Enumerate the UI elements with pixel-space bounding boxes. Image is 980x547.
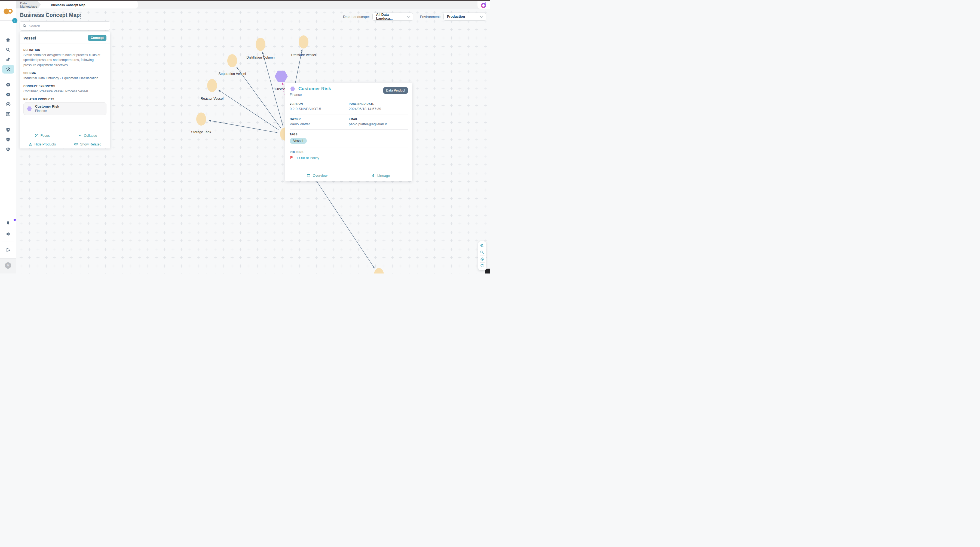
refresh-button[interactable] (478, 263, 486, 269)
published-date-value: 2024/06/18 14:57:39 (349, 107, 408, 111)
corner-widget[interactable] (485, 269, 490, 273)
data-product-hexagon-icon (290, 86, 296, 91)
lineage-label: Lineage (377, 174, 390, 178)
email-label: EMAIL (349, 118, 408, 121)
shapes-icon (29, 142, 32, 146)
sidebar-item-policies[interactable] (2, 135, 14, 144)
environment-label: Environment: (420, 15, 441, 19)
sidebar-item-concept-map[interactable] (2, 65, 14, 73)
graph-node-distillation-column[interactable] (256, 38, 266, 51)
focus-icon (35, 134, 39, 137)
center-map-button[interactable] (478, 256, 486, 262)
bubbles-icon (5, 57, 11, 62)
email-value: paolo.platter@agilelab.it (349, 122, 408, 126)
search-icon (5, 47, 11, 52)
owner-label: OWNER (290, 118, 349, 121)
sidebar-item-builder[interactable] (2, 100, 14, 109)
overview-label: Overview (313, 174, 328, 178)
schema-text: Industrial Data Ontology - Equipment Cla… (24, 76, 107, 81)
hide-products-button[interactable]: Hide Products (20, 140, 65, 148)
lineage-button[interactable]: Lineage (349, 170, 412, 181)
environment-select[interactable]: Production (444, 13, 486, 21)
synonyms-text: Container, Pressure Vessel, Process Vess… (24, 89, 107, 94)
graph-node-pressure-vessel[interactable] (299, 35, 309, 48)
overview-button[interactable]: Overview (285, 170, 349, 181)
data-landscape-label: Data Landscape: (343, 15, 370, 19)
sidebar-item-search[interactable] (2, 45, 14, 54)
related-product-name: Customer Risk (35, 105, 59, 108)
breadcrumb-label: Data Marketplace (20, 2, 41, 8)
zoom-out-icon (480, 250, 484, 254)
graph-node-storage-tank[interactable] (196, 113, 206, 126)
tag-vessel[interactable]: Vessel (290, 138, 307, 144)
hexagon-plus-icon (5, 82, 11, 88)
show-related-label: Show Related (80, 142, 101, 146)
focus-button[interactable]: Focus (20, 131, 65, 140)
search-input[interactable] (29, 24, 107, 28)
sidebar-item-notifications[interactable] (2, 219, 14, 228)
shield-text-icon (5, 137, 11, 142)
product-title[interactable]: Customer Risk (298, 86, 331, 91)
graph-node-label: Storage Tank (191, 130, 211, 134)
related-product-item[interactable]: Customer Risk Finance (24, 102, 107, 115)
collapse-button[interactable]: Collapse (65, 131, 111, 140)
sidebar-avatar-zone: M (0, 258, 16, 273)
published-date-label: PUBLISHED DATE (349, 102, 408, 105)
graph-node-label: Reactor Vessel (200, 97, 223, 100)
bell-icon (5, 221, 11, 226)
kebab-menu-button[interactable] (78, 14, 83, 19)
sidebar-item-blueprints[interactable]: B (2, 90, 14, 99)
breadcrumb: Data Marketplace Business Concept Map (16, 1, 490, 8)
tags-label: TAGS (290, 133, 408, 136)
data-landscape-select[interactable]: All Data Landsca... (372, 13, 413, 21)
version-value: 0.2.0-SNAPSHOT-5 (290, 107, 349, 111)
definition-text: Static container designed to hold or pro… (24, 53, 107, 67)
avatar[interactable]: M (5, 262, 11, 269)
sidebar-item-home[interactable] (2, 35, 14, 44)
concept-name: Vessel (24, 36, 36, 40)
target-icon (480, 257, 485, 262)
home-icon (5, 37, 11, 43)
flag-icon (290, 156, 294, 160)
sidebar-item-logout[interactable] (2, 246, 14, 254)
synonyms-label: CONCEPT SYNONYMS (24, 85, 107, 88)
version-label: VERSION (290, 102, 349, 105)
sidebar-item-audit[interactable] (2, 145, 14, 154)
gear-icon (5, 231, 11, 237)
graph-node-reactor-vessel[interactable] (207, 79, 217, 92)
definition-label: DEFINITION (24, 48, 107, 51)
sidebar-item-governance[interactable] (2, 125, 14, 134)
sidebar-item-domains[interactable] (2, 55, 14, 64)
policies-label: POLICIES (290, 151, 408, 154)
zoom-out-button[interactable] (478, 249, 486, 255)
shield-check-icon (5, 127, 11, 132)
window-icon (307, 174, 310, 178)
sidebar-divider (2, 77, 14, 77)
product-domain: Finance (290, 93, 331, 97)
zoom-in-icon (480, 244, 484, 248)
sidebar-expand-button[interactable]: › (12, 18, 18, 23)
chevron-down-icon (407, 15, 410, 18)
graph-node-separation-vessel[interactable] (227, 54, 237, 67)
show-related-button[interactable]: Show Related (65, 140, 111, 148)
chevron-up-icon (78, 134, 82, 137)
search-box[interactable] (20, 21, 110, 30)
hide-products-label: Hide Products (34, 142, 56, 146)
out-of-policy-link[interactable]: 1 Out of Policy (290, 156, 408, 160)
concept-actions: Focus Collapse Hide Products Show Relate… (20, 131, 110, 148)
notification-dot (14, 219, 16, 221)
map-zoom-toolbar (478, 241, 486, 270)
sidebar-item-catalog[interactable] (2, 110, 14, 118)
environment-value: Production (444, 15, 478, 19)
logout-icon (5, 248, 11, 253)
chevron-down-icon (480, 15, 483, 18)
breadcrumb-item-data-marketplace[interactable]: Data Marketplace (16, 1, 41, 8)
data-product-badge: Data Product (383, 87, 408, 94)
zoom-in-button[interactable] (478, 242, 486, 249)
focus-label: Focus (41, 134, 50, 137)
sidebar-item-add[interactable] (2, 80, 14, 89)
sidebar-item-settings[interactable] (2, 230, 14, 238)
assistant-logo-card[interactable] (477, 1, 490, 9)
breadcrumb-item-business-concept-map[interactable]: Business Concept Map (51, 1, 86, 8)
owner-value: Paolo Platter (290, 122, 349, 126)
